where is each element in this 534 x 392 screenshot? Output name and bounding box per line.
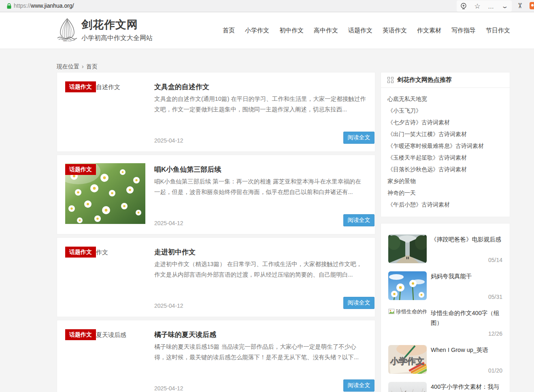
grid-icon	[387, 77, 394, 83]
thumb-caption: 自述作文	[96, 83, 120, 91]
daisies-sky-photo[interactable]	[388, 271, 427, 300]
nav-item-english[interactable]: 英语作文	[383, 27, 407, 34]
site-logo[interactable]: JIAN HUA 剑花作文网 小学初高中作文大全网站	[57, 18, 153, 44]
read-more-button[interactable]: 阅读全文	[343, 132, 374, 144]
article-title[interactable]: 橘子味的夏天读后感	[154, 330, 366, 339]
main-nav: 首页 小学作文 初中作文 高中作文 话题作文 英语作文 作文素材 写作指导 节日…	[223, 27, 510, 34]
article-date: 2025-04-12	[154, 385, 183, 392]
hot-list-item[interactable]: 《午后小憩》古诗词素材	[387, 199, 503, 211]
recommend-item: 400字小学作文素材：我与学校共成长	[388, 382, 502, 392]
read-more-button[interactable]: 阅读全文	[343, 297, 374, 309]
article-list: 话题作文 自述作文 文具盒的自述作文 文具盒的自述作文(通用10篇) 在平日的学…	[57, 72, 375, 392]
hot-list-item[interactable]: 心底无私天地宽	[387, 93, 503, 105]
article-date: 2025-04-12	[154, 220, 183, 226]
breadcrumb-prefix: 现在位置	[57, 63, 79, 70]
nav-item-junior[interactable]: 初中作文	[279, 27, 304, 34]
svg-text:JIAN HUA: JIAN HUA	[63, 40, 72, 42]
category-tag[interactable]: 话题作文	[65, 329, 96, 340]
sidebar: 剑花作文网热点推荐 心底无私天地宽 《小玉飞刀》 《七夕古诗》古诗词素材 《出门…	[381, 72, 510, 392]
recommend-title[interactable]: 珍惜生命的作文400字（组图）	[431, 308, 502, 328]
category-tag[interactable]: 话题作文	[65, 164, 96, 175]
favorite-star-icon[interactable]: ☆	[472, 1, 483, 11]
site-header: JIAN HUA 剑花作文网 小学初高中作文大全网站 首页 小学作文 初中作文 …	[0, 13, 534, 49]
hot-recommend-header: 剑花作文网热点推荐	[381, 72, 510, 88]
nav-item-primary[interactable]: 小学作文	[245, 27, 269, 34]
recommend-title[interactable]: When I Grow up_英语	[431, 345, 502, 355]
browser-address-bar: https://www.jianhua.org/ ☆ … ⌄ ✂	[0, 0, 534, 12]
broken-image-icon[interactable]: 珍惜生命的作	[388, 308, 427, 337]
url-field[interactable]: https://www.jianhua.org/	[14, 2, 74, 9]
recommend-date: 01/20	[488, 367, 502, 374]
extension-icon[interactable]	[530, 2, 534, 9]
site-title: 剑花作文网	[81, 19, 153, 31]
article-card: 话题作文 自述作文 文具盒的自述作文 文具盒的自述作文(通用10篇) 在平日的学…	[57, 72, 375, 152]
recommend-title[interactable]: 妈妈夸我真能干	[431, 271, 502, 281]
recommend-title[interactable]: 《摔跤吧爸爸》电影观后感	[431, 234, 502, 244]
read-more-button[interactable]: 阅读全文	[343, 379, 374, 392]
article-card: 话题作文 夏天读后感 橘子味的夏天读后感 橘子味的夏天读后感15篇 当品读完一部…	[57, 320, 375, 392]
recommend-item: 珍惜生命的作 珍惜生命的作文400字（组图） 12/26	[388, 308, 502, 337]
article-excerpt: 走进初中作文（精选13篇） 在日常学习、工作或生活中，大家都接触过作文吧，作文是…	[154, 259, 366, 280]
article-thumb[interactable]: 话题作文	[65, 163, 145, 225]
hot-list-item[interactable]: 神奇的一天	[387, 187, 503, 199]
nav-item-home[interactable]: 首页	[223, 27, 235, 34]
article-card: 话题作文 作文 走进初中作文 走进初中作文（精选13篇） 在日常学习、工作或生活…	[57, 237, 375, 317]
browser-toolbar: ☆ … ⌄	[457, 0, 512, 12]
nav-item-topic[interactable]: 话题作文	[348, 27, 372, 34]
hot-recommend-box: 剑花作文网热点推荐 心底无私天地宽 《小玉飞刀》 《七夕古诗》古诗词素材 《出门…	[381, 72, 510, 217]
tree-avenue-photo[interactable]	[388, 234, 427, 263]
hot-recommend-list: 心底无私天地宽 《小玉飞刀》 《七夕古诗》古诗词素材 《出门一笑大江横》古诗词素…	[381, 88, 510, 217]
recommend-box: 《摔跤吧爸爸》电影观后感 05/14	[381, 223, 510, 392]
hot-list-item[interactable]: 《出门一笑大江横》古诗词素材	[387, 128, 503, 140]
article-excerpt: 橘子味的夏天读后感15篇 当品读完一部作品后，大家心中一定是萌生了不少心得，这时…	[154, 341, 366, 362]
recommend-title[interactable]: 400字小学作文素材：我与学校共成长	[431, 382, 502, 392]
category-tag[interactable]: 话题作文	[65, 247, 96, 258]
recommend-item: 小学作文 When I Grow up_英语 01/20	[388, 345, 502, 374]
hot-list-item[interactable]: 《小玉飞刀》	[387, 105, 503, 117]
winter-trees-photo[interactable]	[388, 382, 427, 392]
recommend-date: 05/31	[488, 294, 502, 300]
category-tag[interactable]: 话题作文	[65, 81, 96, 92]
nav-item-guide[interactable]: 写作指导	[451, 27, 476, 34]
article-thumb[interactable]: 话题作文 夏天读后感	[65, 328, 145, 390]
hot-list-item[interactable]: 《乍暖还寒时候最难将息》古诗词素材	[387, 140, 503, 152]
article-excerpt: 唱K小鱼仙第三部后续 第一集：再一次的相逢 露芝亚和堂本海斗在水里幸福的在一起，…	[154, 176, 366, 197]
url-host: www.jianhua.org/	[31, 2, 74, 9]
article-date: 2025-04-12	[154, 303, 183, 309]
scissors-icon[interactable]: ✂	[515, 2, 524, 9]
hot-recommend-title: 剑花作文网热点推荐	[397, 76, 452, 84]
nav-item-material[interactable]: 作文素材	[417, 27, 441, 34]
thumb-overlay-text: 小学作文	[390, 356, 424, 366]
breadcrumb-separator: ›	[82, 63, 84, 70]
hot-list-item[interactable]: 《七夕古诗》古诗词素材	[387, 117, 503, 128]
read-more-button[interactable]: 阅读全文	[343, 214, 374, 226]
article-title[interactable]: 走进初中作文	[154, 247, 366, 257]
hot-list-item[interactable]: 《玉楼天半起笙歌》古诗词素材	[387, 152, 503, 164]
recommend-date: 05/14	[488, 257, 502, 263]
recommend-item: 妈妈夸我真能干 05/31	[388, 271, 502, 300]
hot-list-item[interactable]: 《日落长沙秋色远》古诗词素材	[387, 164, 503, 175]
article-thumb[interactable]: 话题作文 自述作文	[65, 81, 145, 142]
article-title[interactable]: 唱K小鱼仙第三部后续	[154, 165, 366, 174]
article-excerpt: 文具盒的自述作文(通用10篇) 在平日的学习、工作和生活里，大家一定都接触过作文…	[154, 94, 366, 115]
zoom-icon[interactable]	[458, 1, 469, 11]
breadcrumb: 现在位置›首页	[57, 49, 510, 72]
article-card: 话题作文	[57, 155, 375, 234]
hot-list-item[interactable]: 家乡的景物	[387, 175, 503, 187]
logo-emblem-icon: JIAN HUA	[57, 18, 78, 44]
breadcrumb-home-link[interactable]: 首页	[86, 63, 98, 70]
thumb-caption: 作文	[96, 249, 108, 256]
article-thumb[interactable]: 话题作文 作文	[65, 246, 145, 307]
recommend-item: 《摔跤吧爸爸》电影观后感 05/14	[388, 234, 502, 263]
chevron-down-icon[interactable]: ⌄	[496, 1, 513, 11]
nav-item-senior[interactable]: 高中作文	[314, 27, 338, 34]
site-tagline: 小学初高中作文大全网站	[81, 34, 153, 43]
https-lock-icon	[6, 3, 12, 11]
article-date: 2025-04-12	[154, 137, 183, 144]
writing-pencils-photo[interactable]: 小学作文	[388, 345, 427, 374]
article-title[interactable]: 文具盒的自述作文	[154, 82, 366, 92]
broken-image-alt-text: 珍惜生命的作	[396, 308, 427, 315]
thumb-caption: 夏天读后感	[96, 331, 126, 339]
more-menu-icon[interactable]: …	[486, 1, 496, 11]
nav-item-festival[interactable]: 节日作文	[486, 27, 510, 34]
